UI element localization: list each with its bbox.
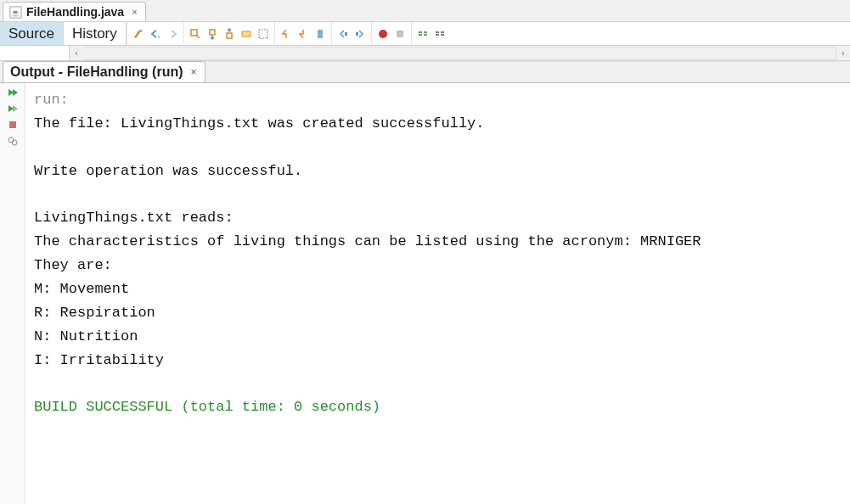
output-tab-bar: Output - FileHandling (run) ×: [0, 61, 850, 83]
svg-rect-2: [139, 30, 142, 32]
output-panel: run: The file: LivingThings.txt was crea…: [0, 83, 850, 504]
svg-rect-6: [242, 31, 250, 36]
toolbar-group-comment: [411, 22, 451, 45]
console-line: They are:: [34, 257, 112, 273]
svg-rect-12: [397, 31, 403, 37]
next-bookmark-icon[interactable]: [296, 26, 311, 42]
close-icon[interactable]: ×: [128, 7, 137, 17]
svg-rect-4: [210, 30, 215, 35]
svg-point-14: [8, 137, 14, 143]
toggle-rect-select-icon[interactable]: [256, 26, 271, 42]
toolbar-group-navigate: [127, 22, 183, 45]
editor-toolbar: Source History: [0, 22, 850, 46]
svg-rect-13: [9, 121, 16, 128]
editor-hscroll: ‹ ›: [0, 46, 850, 61]
mode-tab-source[interactable]: Source: [0, 22, 64, 45]
console-line: LivingThings.txt reads:: [34, 210, 234, 226]
rerun-icon[interactable]: [5, 87, 20, 98]
svg-rect-8: [318, 30, 323, 38]
console-line: The file: LivingThings.txt was created s…: [34, 115, 485, 132]
console-line: R: Respiration: [34, 305, 155, 321]
console-output[interactable]: run: The file: LivingThings.txt was crea…: [25, 83, 850, 504]
scrollbar-track[interactable]: [83, 47, 836, 60]
comment-icon[interactable]: [415, 26, 431, 42]
toolbar-group-macro: [371, 22, 411, 45]
toolbar-group-bookmark: [274, 22, 331, 45]
java-file-icon: ☕: [9, 6, 22, 19]
console-build-success: BUILD SUCCESSFUL (total time: 0 seconds): [34, 399, 380, 415]
toggle-bookmark-icon[interactable]: [312, 26, 328, 42]
find-selection-icon[interactable]: [188, 26, 203, 42]
last-edit-icon[interactable]: [131, 26, 146, 42]
console-line: N: Nutrition: [34, 328, 138, 344]
editor-gutter-strip: [0, 46, 70, 60]
console-run-label: run:: [34, 92, 69, 108]
svg-rect-7: [259, 30, 267, 38]
svg-rect-9: [345, 32, 347, 36]
prev-bookmark-icon[interactable]: [279, 26, 294, 42]
stop-macro-icon[interactable]: [392, 26, 408, 42]
ant-settings-icon[interactable]: [5, 135, 20, 147]
toolbar-group-shift: [331, 22, 371, 45]
output-gutter: [0, 83, 25, 504]
toolbar-group-find: [183, 22, 274, 45]
output-tab[interactable]: Output - FileHandling (run) ×: [3, 61, 205, 82]
close-icon[interactable]: ×: [189, 66, 197, 78]
svg-rect-10: [356, 32, 358, 36]
toggle-highlight-icon[interactable]: [239, 26, 254, 42]
scroll-right-icon[interactable]: ›: [836, 47, 850, 60]
svg-rect-5: [227, 33, 232, 38]
file-tab-filehandling[interactable]: ☕ FileHandling.java ×: [3, 2, 146, 21]
output-tab-label: Output - FileHandling (run): [10, 64, 183, 80]
rerun-alt-icon[interactable]: [5, 103, 20, 115]
stop-icon[interactable]: [5, 119, 20, 131]
mode-tab-history[interactable]: History: [64, 22, 127, 45]
shift-right-icon[interactable]: [352, 26, 368, 42]
back-dropdown-icon[interactable]: [148, 26, 163, 42]
start-macro-icon[interactable]: [375, 26, 391, 42]
shift-left-icon[interactable]: [335, 26, 351, 42]
console-line: Write operation was successful.: [34, 163, 302, 179]
svg-point-11: [379, 30, 387, 38]
svg-text:☕: ☕: [11, 8, 20, 18]
uncomment-icon[interactable]: [432, 26, 448, 42]
forward-icon[interactable]: [165, 26, 180, 42]
console-line: The characteristics of living things can…: [34, 233, 701, 249]
find-prev-icon[interactable]: [205, 26, 220, 42]
svg-rect-3: [191, 30, 197, 36]
scroll-left-icon[interactable]: ‹: [70, 47, 83, 60]
file-tab-label: FileHandling.java: [26, 5, 124, 19]
file-tab-bar: ☕ FileHandling.java ×: [0, 0, 850, 22]
console-line: I: Irritability: [34, 352, 164, 368]
console-line: M: Movement: [34, 281, 129, 297]
find-next-icon[interactable]: [222, 26, 237, 42]
svg-point-15: [12, 140, 17, 145]
